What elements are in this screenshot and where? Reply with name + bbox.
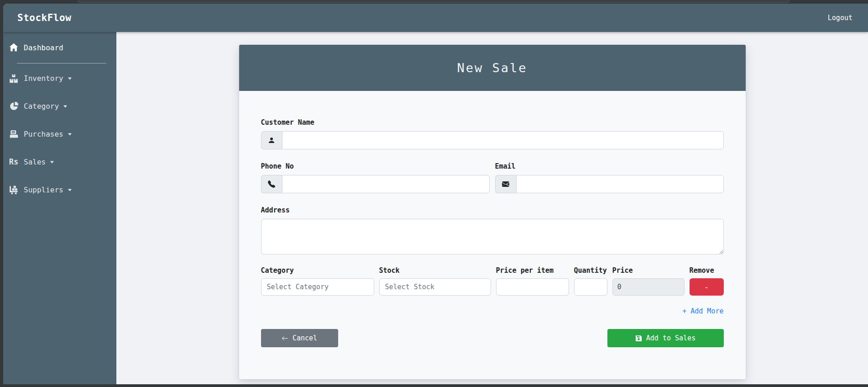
email-input[interactable] [516, 175, 724, 193]
remove-col-label: Remove [690, 266, 724, 275]
address-label: Address [261, 206, 724, 214]
caret-down-icon [68, 188, 72, 192]
rupee-icon: Rs [8, 158, 19, 166]
phone-input[interactable] [282, 175, 490, 193]
email-label: Email [495, 162, 724, 170]
sidebar-item-label: Suppliers [24, 186, 63, 194]
add-to-sales-button[interactable]: Add to Sales [607, 329, 724, 347]
pie-chart-icon [8, 102, 19, 111]
boxes-icon [8, 74, 19, 83]
sidebar-item-inventory[interactable]: Inventory [3, 64, 116, 92]
stock-select[interactable]: Select Stock [379, 278, 491, 296]
caret-down-icon [50, 160, 54, 164]
app-brand: StockFlow [17, 12, 71, 23]
caret-down-icon [68, 76, 72, 81]
address-textarea[interactable] [261, 219, 724, 254]
quantity-col-label: Quantity [574, 266, 607, 275]
price-input [612, 278, 685, 296]
sidebar-item-category[interactable]: Category [3, 92, 116, 120]
sidebar-item-suppliers[interactable]: Suppliers [3, 176, 116, 204]
category-col-label: Category [261, 266, 374, 275]
sidebar-item-dashboard[interactable]: Dashboard [3, 37, 116, 58]
price-col-label: Price [612, 266, 685, 275]
card-header: New Sale [239, 45, 746, 91]
remove-row-button[interactable]: - [690, 278, 724, 296]
page-title: New Sale [457, 61, 527, 75]
cancel-button-label: Cancel [293, 334, 317, 342]
customer-name-label: Customer Name [261, 118, 724, 127]
sidebar-divider [17, 63, 106, 64]
add-more-link[interactable]: + Add More [682, 307, 723, 315]
logout-button[interactable]: Logout [828, 14, 852, 22]
browser-chrome-remnant [78, 0, 790, 3]
category-select[interactable]: Select Category [261, 278, 374, 296]
customer-name-input[interactable] [282, 131, 724, 149]
top-navbar: StockFlow Logout [3, 4, 868, 32]
envelope-icon [495, 175, 516, 193]
sidebar-item-label: Inventory [24, 74, 63, 83]
app-window: StockFlow Logout Dashboard Inventory [3, 4, 868, 384]
quantity-input[interactable] [574, 278, 607, 296]
price-per-item-col-label: Price per item [496, 266, 569, 275]
person-icon [261, 131, 282, 149]
cash-register-icon [8, 130, 19, 138]
content-area: New Sale Customer Name [116, 32, 868, 384]
sidebar-item-label: Sales [24, 158, 46, 166]
sidebar-item-label: Category [24, 102, 59, 111]
sidebar-item-purchases[interactable]: Purchases [3, 120, 116, 148]
stock-col-label: Stock [379, 266, 491, 275]
price-per-item-input[interactable] [496, 278, 569, 296]
arrow-left-icon [282, 335, 288, 342]
home-icon [8, 43, 19, 52]
sidebar-item-sales[interactable]: Rs Sales [3, 148, 116, 176]
cancel-button[interactable]: Cancel [261, 329, 338, 347]
save-icon [635, 335, 642, 342]
truck-loading-icon [8, 185, 19, 195]
sidebar: Dashboard Inventory Category [3, 32, 116, 384]
sidebar-item-label: Purchases [24, 130, 63, 138]
new-sale-card: New Sale Customer Name [239, 45, 746, 379]
caret-down-icon [68, 132, 72, 137]
caret-down-icon [63, 104, 68, 109]
phone-label: Phone No [261, 162, 490, 170]
add-to-sales-button-label: Add to Sales [646, 334, 695, 342]
phone-icon [261, 175, 282, 193]
sidebar-item-label: Dashboard [24, 43, 63, 52]
